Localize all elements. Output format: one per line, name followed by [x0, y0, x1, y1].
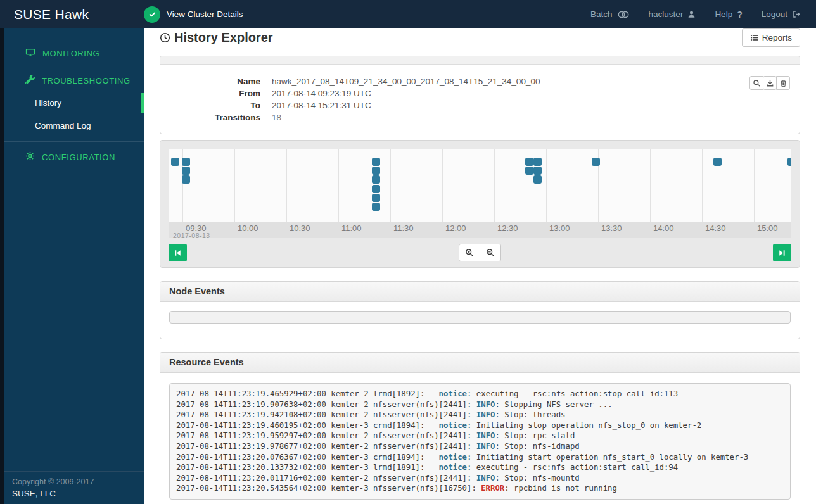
user-menu[interactable]: hacluster	[649, 9, 696, 19]
sidebar-item-configuration[interactable]: CONFIGURATION	[0, 148, 144, 167]
zoom-controls	[459, 244, 501, 261]
gridline	[234, 149, 235, 222]
log-severity: INFO	[476, 431, 495, 440]
transition-marker[interactable]	[171, 158, 179, 166]
log-line: 2017-08-14T11:23:19.978677+02:00 kemter-…	[176, 442, 580, 451]
resource-events-title: Resource Events	[160, 353, 800, 373]
transition-marker[interactable]	[372, 203, 380, 211]
log-severity: INFO	[476, 400, 495, 409]
transition-marker[interactable]	[533, 167, 542, 175]
jump-to-start-button[interactable]	[169, 244, 187, 261]
sidebar: MONITORING TROUBLESHOOTING History Comma…	[0, 28, 144, 504]
monitor-icon	[25, 47, 35, 60]
transition-marker[interactable]	[525, 167, 533, 175]
page-title: History Explorer	[160, 30, 273, 45]
transition-marker[interactable]	[372, 167, 380, 175]
detail-row-name: Name hawk_2017_08_14T09_21_34_00_00_2017…	[160, 75, 800, 87]
node-events-empty-bar	[169, 311, 791, 324]
gridline	[286, 149, 287, 222]
transition-marker[interactable]	[787, 158, 791, 166]
gridline	[494, 149, 495, 222]
zoom-in-button[interactable]	[459, 244, 480, 261]
sidebar-item-label: MONITORING	[42, 49, 99, 58]
sidebar-item-troubleshooting[interactable]: TROUBLESHOOTING	[0, 71, 144, 90]
inspect-report-button[interactable]	[749, 76, 763, 90]
timeline-panel: 2017-08-13 09:3010:0010:3011:0011:3012:0…	[160, 140, 800, 268]
company-text: SUSE, LLC	[12, 489, 144, 498]
axis-tick-label: 14:30	[705, 224, 726, 233]
gridline	[650, 149, 651, 222]
help-button[interactable]: Help ?	[715, 9, 742, 20]
gridline	[702, 149, 703, 222]
log-line: 2017-08-14T11:23:19.460195+02:00 kemter-…	[176, 421, 701, 430]
timeline-plot	[169, 149, 791, 222]
axis-tick-label: 15:00	[757, 224, 778, 233]
report-name-value: hawk_2017_08_14T09_21_34_00_00_2017_08_1…	[272, 75, 540, 87]
delete-report-button[interactable]	[776, 76, 790, 90]
log-severity: INFO	[476, 442, 495, 451]
axis-tick-label: 11:00	[341, 224, 362, 233]
report-from-value: 2017-08-14 09:23:19 UTC	[272, 87, 371, 99]
sidebar-item-command-log[interactable]: Command Log	[0, 117, 144, 135]
transition-marker[interactable]	[533, 175, 542, 184]
transition-marker[interactable]	[182, 175, 190, 184]
sidebar-item-label: CONFIGURATION	[42, 153, 115, 162]
detail-label: Transitions	[160, 111, 260, 123]
timeline-controls	[169, 244, 791, 261]
log-line: 2017-08-14T11:23:19.907638+02:00 kemter-…	[176, 400, 613, 409]
resource-events-log[interactable]: 2017-08-14T11:23:19.465929+02:00 kemter-…	[169, 383, 791, 500]
axis-tick-label: 12:30	[497, 224, 518, 233]
transition-marker[interactable]	[592, 158, 600, 166]
copyright-text: Copyright © 2009-2017	[12, 477, 144, 486]
sidebar-item-history[interactable]: History	[0, 94, 144, 112]
question-icon: ?	[737, 9, 743, 20]
report-transitions-value: 18	[272, 111, 281, 123]
sidebar-item-label: TROUBLESHOOTING	[42, 76, 131, 85]
view-cluster-details[interactable]: View Cluster Details	[144, 6, 243, 23]
node-events-panel: Node Events	[160, 281, 800, 339]
skip-start-icon	[174, 249, 182, 257]
username-label: hacluster	[649, 9, 684, 19]
transition-marker[interactable]	[372, 158, 380, 166]
transition-marker[interactable]	[525, 158, 533, 166]
gridline	[546, 149, 547, 222]
reports-button-label: Reports	[762, 33, 792, 42]
transition-marker[interactable]	[372, 185, 380, 193]
transition-marker[interactable]	[713, 158, 722, 166]
transition-marker[interactable]	[372, 175, 380, 184]
axis-tick-label: 13:30	[601, 224, 622, 233]
transition-marker[interactable]	[182, 158, 190, 166]
transition-marker[interactable]	[182, 167, 190, 175]
axis-tick-label: 10:00	[238, 224, 258, 233]
list-icon	[750, 34, 758, 42]
zoom-out-button[interactable]	[480, 244, 501, 261]
gridline	[442, 149, 443, 222]
help-label: Help	[715, 9, 732, 19]
app-logo[interactable]: SUSE Hawk	[0, 7, 144, 22]
batch-toggle-icon	[617, 10, 630, 19]
clock-icon	[160, 32, 170, 43]
logout-button[interactable]: Logout	[762, 9, 801, 19]
log-severity: INFO	[476, 410, 495, 419]
detail-row-transitions: Transitions 18	[160, 111, 800, 123]
resource-events-panel: Resource Events 2017-08-14T11:23:19.4659…	[160, 352, 800, 500]
jump-to-end-button[interactable]	[773, 244, 791, 261]
cluster-ok-icon	[144, 6, 160, 23]
sidebar-item-monitoring[interactable]: MONITORING	[0, 44, 144, 63]
batch-button[interactable]: Batch	[590, 9, 630, 19]
zoom-in-icon	[465, 248, 474, 257]
log-severity: notice	[439, 421, 467, 430]
transition-marker[interactable]	[533, 158, 542, 166]
skip-end-icon	[778, 249, 786, 257]
reports-button[interactable]: Reports	[742, 28, 800, 47]
detail-label: Name	[160, 75, 260, 87]
timeline-axis: 2017-08-13 09:3010:0010:3011:0011:3012:0…	[169, 222, 791, 238]
download-report-button[interactable]	[763, 76, 777, 90]
log-line: 2017-08-14T11:23:20.133732+02:00 kemter-…	[176, 463, 678, 472]
report-actions	[749, 76, 790, 90]
transition-marker[interactable]	[372, 194, 380, 202]
log-severity: notice	[439, 389, 467, 398]
logout-label: Logout	[762, 9, 787, 19]
log-severity: INFO	[476, 474, 495, 482]
axis-tick-label: 09:30	[186, 224, 207, 233]
